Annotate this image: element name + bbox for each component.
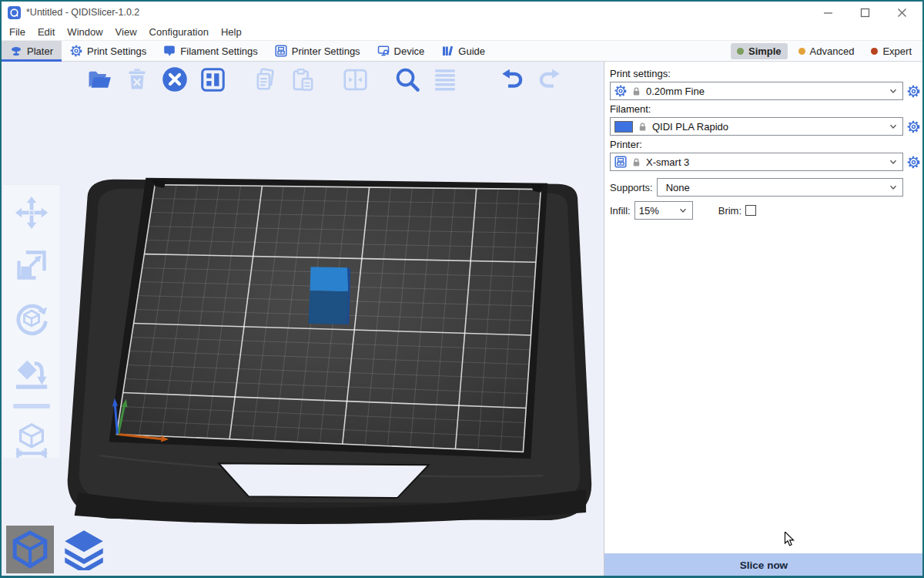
plater-icon [10,45,22,57]
copy-button[interactable] [250,65,280,94]
lock-icon [638,122,648,132]
infill-value: 15% [639,205,659,217]
filament-color-swatch [614,121,633,133]
printer-icon [614,156,627,168]
minimize-icon[interactable] [819,4,836,21]
gizmo-toolbar [3,185,59,458]
maximize-icon[interactable] [856,4,873,21]
supports-value: None [661,182,690,193]
tab-print-settings[interactable]: Print Settings [62,41,155,61]
printer-label: Printer: [610,139,922,150]
app-logo-icon [8,6,21,19]
guide-icon [441,45,454,57]
gizmo-divider [13,404,50,408]
print-profile-gear-icon [614,85,627,97]
bed-scene [2,62,604,577]
cube-view-icon [11,530,49,569]
title-bar: *Untitled - QIDISlicer-1.0.2 [2,2,922,23]
undo-button[interactable] [497,65,527,94]
split-button[interactable] [340,65,370,94]
brim-label: Brim: [718,205,742,217]
menu-view[interactable]: View [109,23,143,40]
paste-button[interactable] [288,65,317,94]
edit-printer-button[interactable] [906,155,920,169]
chevron-down-icon [888,182,899,193]
supports-combo[interactable]: None [657,178,903,197]
cube-front-face [308,291,348,324]
delete-all-button[interactable] [160,65,189,94]
supports-label: Supports: [610,182,653,193]
plater-toolbar [85,65,564,94]
chevron-down-icon [888,156,899,167]
viewport-3d[interactable] [2,62,604,577]
advanced-dot-icon [798,48,805,55]
preview-view-button[interactable] [60,526,108,573]
print-settings-label: Print settings: [610,68,922,79]
close-icon[interactable] [893,4,910,21]
layers-view-icon [63,529,105,570]
simple-dot-icon [737,48,744,55]
app-window: *Untitled - QIDISlicer-1.0.2 File Edit W… [0,0,924,578]
chevron-down-icon [678,205,688,216]
menu-configuration[interactable]: Configuration [143,23,215,40]
arrange-button[interactable] [198,65,227,94]
place-on-face-gizmo-icon[interactable] [14,355,49,390]
chevron-down-icon [888,121,899,132]
tab-filament-settings[interactable]: Filament Settings [155,41,266,61]
mode-simple[interactable]: Simple [731,43,788,59]
redo-button[interactable] [535,65,564,94]
view-toggles [6,526,108,573]
cube-top-face [310,267,348,291]
print-settings-value: 0.20mm Fine [646,86,705,97]
layer-list-button[interactable] [430,65,460,94]
filament-label: Filament: [610,103,922,115]
printer-combo[interactable]: X-smart 3 [610,153,903,171]
bed-handle-cutout [219,463,429,498]
edit-filament-button[interactable] [906,119,920,133]
move-gizmo-icon[interactable] [14,196,49,230]
chevron-down-icon [888,86,899,96]
mode-advanced[interactable]: Advanced [792,43,861,59]
device-icon [377,45,390,57]
brim-checkbox[interactable] [745,205,756,216]
delete-button[interactable] [122,65,152,94]
print-settings-gear-icon [70,45,82,57]
printer-icon [275,45,287,57]
editor-view-button[interactable] [6,526,54,573]
mode-selector: Simple Advanced Expert [731,41,922,61]
measure-gizmo-icon[interactable] [14,422,49,458]
tab-bar: Plater Print Settings Filament Settings … [2,41,922,62]
scale-gizmo-icon[interactable] [14,248,49,282]
tab-plater[interactable]: Plater [2,41,62,61]
filament-combo[interactable]: QIDI PLA Rapido [610,117,903,136]
model-cube[interactable] [308,267,350,324]
filament-icon [163,45,176,57]
window-title: *Untitled - QIDISlicer-1.0.2 [26,7,139,18]
slice-now-button[interactable]: Slice now [604,553,923,577]
open-file-button[interactable] [85,65,114,94]
menu-window[interactable]: Window [61,23,109,40]
expert-dot-icon [871,48,878,55]
infill-combo[interactable]: 15% [634,201,693,220]
filament-value: QIDI PLA Rapido [652,121,728,133]
mouse-cursor [782,532,796,547]
rotate-gizmo-icon[interactable] [14,301,49,336]
tab-guide[interactable]: Guide [433,41,494,61]
lock-icon [631,157,641,167]
tab-device[interactable]: Device [369,41,434,61]
search-button[interactable] [393,65,422,94]
printer-value: X-smart 3 [646,156,689,168]
menu-file[interactable]: File [3,23,32,40]
menu-edit[interactable]: Edit [32,23,61,40]
menu-help[interactable]: Help [215,23,248,40]
mode-expert[interactable]: Expert [865,43,918,59]
tab-printer-settings[interactable]: Printer Settings [266,41,369,61]
print-settings-combo[interactable]: 0.20mm Fine [610,82,903,100]
lock-icon [631,86,641,96]
edit-print-settings-button[interactable] [906,84,920,98]
infill-label: Infill: [610,205,631,217]
settings-sidebar: Print settings: 0.20mm Fine Filament: QI… [604,62,922,577]
menu-bar: File Edit Window View Configuration Help [2,23,922,41]
